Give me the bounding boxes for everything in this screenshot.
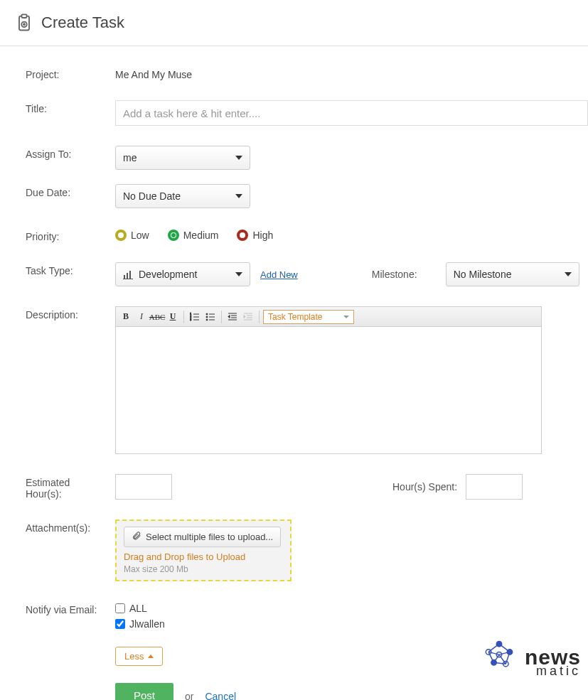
clipboard-plus-icon xyxy=(14,13,34,33)
italic-button[interactable]: I xyxy=(134,310,149,324)
title-input[interactable] xyxy=(115,100,588,126)
priority-high-icon xyxy=(237,230,248,241)
svg-point-12 xyxy=(206,319,208,321)
row-notify: Notify via Email: ALL Jlwallen Less xyxy=(26,601,588,666)
notify-user-checkbox[interactable] xyxy=(115,619,125,629)
priority-low[interactable]: Low xyxy=(115,230,149,241)
svg-point-10 xyxy=(206,313,208,315)
cancel-link[interactable]: Cancel xyxy=(205,691,236,701)
milestone-select[interactable]: No Milestone xyxy=(446,262,579,286)
post-button[interactable]: Post xyxy=(115,683,173,700)
notify-all-label: ALL xyxy=(129,603,147,614)
outdent-button[interactable] xyxy=(225,310,240,324)
svg-rect-4 xyxy=(127,273,128,279)
bold-button[interactable]: B xyxy=(119,310,133,324)
row-assign-to: Assign To: me xyxy=(26,146,588,170)
notify-user-row[interactable]: Jlwallen xyxy=(115,618,588,630)
label-notify: Notify via Email: xyxy=(26,601,115,615)
chevron-up-icon xyxy=(148,655,154,658)
assign-to-value: me xyxy=(123,152,137,163)
attachment-dropzone[interactable]: Select multiple files to upload... Drag … xyxy=(115,519,292,581)
label-hours-spent: Hour(s) Spent: xyxy=(392,481,457,492)
row-hours: Estimated Hour(s): Hour(s) Spent: xyxy=(26,474,588,500)
indent-button[interactable] xyxy=(241,310,255,324)
task-type-value: Development xyxy=(139,269,198,280)
label-estimated-hours: Estimated Hour(s): xyxy=(26,474,115,500)
toolbar-separator xyxy=(259,311,260,323)
drag-drop-text: Drag and Drop files to Upload xyxy=(124,551,283,562)
hours-spent-input[interactable] xyxy=(466,474,523,500)
row-project: Project: Me And My Muse xyxy=(26,66,588,80)
notify-all-row[interactable]: ALL xyxy=(115,603,588,614)
priority-medium[interactable]: Medium xyxy=(168,230,219,241)
bar-chart-icon xyxy=(123,269,133,279)
underline-button[interactable]: U xyxy=(166,310,180,324)
select-files-label: Select multiple files to upload... xyxy=(146,532,273,542)
label-task-type: Task Type: xyxy=(26,262,115,276)
svg-rect-5 xyxy=(129,271,131,279)
or-text: or xyxy=(185,691,193,701)
notify-all-checkbox[interactable] xyxy=(115,603,125,613)
ordered-list-button[interactable]: 123 xyxy=(188,310,202,324)
svg-point-11 xyxy=(206,316,208,318)
svg-marker-13 xyxy=(228,315,230,318)
chevron-down-icon xyxy=(235,272,242,276)
form-footer: Post or Cancel xyxy=(115,683,588,700)
task-template-label: Task Template xyxy=(268,312,322,322)
svg-text:3: 3 xyxy=(190,318,192,321)
add-new-task-type-link[interactable]: Add New xyxy=(260,269,298,280)
chevron-down-icon xyxy=(235,156,242,160)
label-title: Title: xyxy=(26,100,115,114)
page-header: Create Task xyxy=(0,0,588,46)
label-description: Description: xyxy=(26,306,115,321)
label-milestone: Milestone: xyxy=(372,269,436,280)
row-due-date: Due Date: No Due Date xyxy=(26,184,588,208)
assign-to-select[interactable]: me xyxy=(115,146,250,170)
less-toggle-button[interactable]: Less xyxy=(115,647,163,666)
svg-rect-3 xyxy=(124,275,125,279)
chevron-down-icon xyxy=(565,272,572,276)
toolbar-separator xyxy=(221,311,222,323)
row-description: Description: B I ABC U 123 xyxy=(26,306,588,454)
due-date-value: No Due Date xyxy=(123,190,181,202)
priority-low-icon xyxy=(115,230,127,241)
chevron-down-icon xyxy=(343,316,349,318)
toolbar-separator xyxy=(183,311,184,323)
label-priority: Priority: xyxy=(26,228,115,242)
create-task-form: Project: Me And My Muse Title: Assign To… xyxy=(0,46,588,700)
priority-low-label: Low xyxy=(131,230,149,241)
strikethrough-button[interactable]: ABC xyxy=(150,310,164,324)
select-files-button[interactable]: Select multiple files to upload... xyxy=(124,527,281,547)
task-type-select[interactable]: Development xyxy=(115,262,250,286)
priority-medium-icon xyxy=(168,230,179,241)
row-title: Title: xyxy=(26,100,588,126)
label-due-date: Due Date: xyxy=(26,184,115,198)
unordered-list-button[interactable] xyxy=(203,310,218,324)
row-priority: Priority: Low Medium High xyxy=(26,228,588,242)
svg-marker-14 xyxy=(244,315,245,318)
task-template-select[interactable]: Task Template xyxy=(263,310,354,324)
label-attachments: Attachment(s): xyxy=(26,519,115,534)
max-size-text: Max size 200 Mb xyxy=(124,564,283,574)
row-attachments: Attachment(s): Select multiple files to … xyxy=(26,519,588,581)
project-name: Me And My Muse xyxy=(115,66,588,80)
row-task-type: Task Type: Development Add New Milestone… xyxy=(26,262,588,286)
estimated-hours-input[interactable] xyxy=(115,474,172,500)
milestone-value: No Milestone xyxy=(454,269,512,280)
paperclip-icon xyxy=(132,531,141,543)
priority-medium-label: Medium xyxy=(183,230,219,241)
label-assign-to: Assign To: xyxy=(26,146,115,160)
priority-high-label: High xyxy=(252,230,273,241)
label-project: Project: xyxy=(26,66,115,80)
page-title: Create Task xyxy=(41,14,124,32)
editor-toolbar: B I ABC U 123 xyxy=(116,307,541,327)
chevron-down-icon xyxy=(235,194,242,198)
description-editor: B I ABC U 123 xyxy=(115,306,542,454)
svg-rect-1 xyxy=(22,14,27,18)
less-label: Less xyxy=(124,651,144,662)
priority-high[interactable]: High xyxy=(237,230,273,241)
due-date-select[interactable]: No Due Date xyxy=(115,184,250,208)
description-textarea[interactable] xyxy=(116,327,541,453)
svg-rect-6 xyxy=(123,279,133,279)
notify-user-label: Jlwallen xyxy=(129,618,165,630)
